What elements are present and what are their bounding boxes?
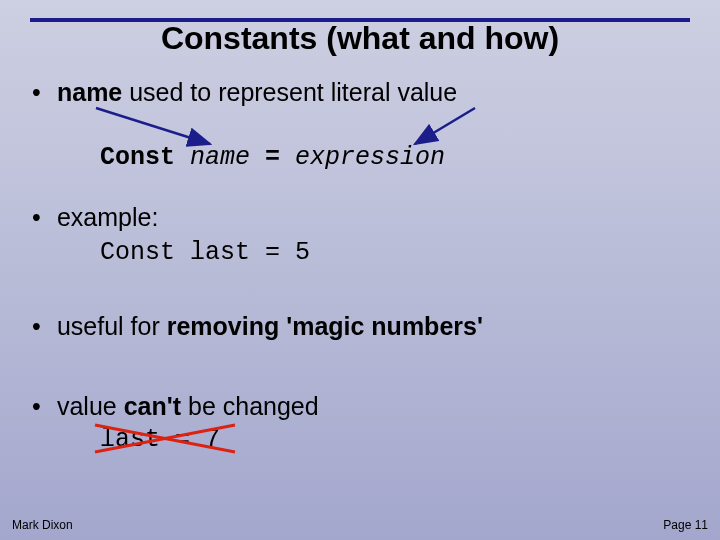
bullet-dot: • — [32, 78, 50, 107]
footer-page: Page 11 — [663, 518, 708, 532]
bullet-dot: • — [32, 203, 50, 232]
footer-author: Mark Dixon — [12, 518, 73, 532]
bullet-dot: • — [32, 312, 50, 341]
syntax-expr: expression — [295, 143, 445, 172]
bullet3-pre: useful for — [57, 312, 167, 340]
bullet-dot: • — [32, 392, 50, 421]
bad-code: last = 7 — [100, 425, 220, 454]
svg-line-1 — [415, 108, 475, 144]
bullet-magic-numbers: • useful for removing 'magic numbers' — [32, 312, 483, 341]
syntax-line: Const name = expression — [100, 143, 445, 172]
bullet4-post: be changed — [181, 392, 319, 420]
bullet3-bold: removing 'magic numbers' — [167, 312, 483, 340]
bullet-name-literal: • name used to represent literal value — [32, 78, 457, 107]
syntax-const: Const — [100, 143, 190, 172]
svg-line-0 — [96, 108, 210, 144]
syntax-eq: = — [250, 143, 295, 172]
bullet-example: • example: — [32, 203, 158, 232]
bullet-cant-change: • value can't be changed — [32, 392, 319, 421]
bullet4-bold: can't — [124, 392, 181, 420]
bullet1-name: name — [57, 78, 122, 106]
example-code: Const last = 5 — [100, 238, 310, 267]
slide-title: Constants (what and how) — [0, 20, 720, 57]
syntax-name: name — [190, 143, 250, 172]
bullet1-rest: used to represent literal value — [122, 78, 457, 106]
bullet2-text: example: — [57, 203, 158, 231]
bullet4-pre: value — [57, 392, 124, 420]
